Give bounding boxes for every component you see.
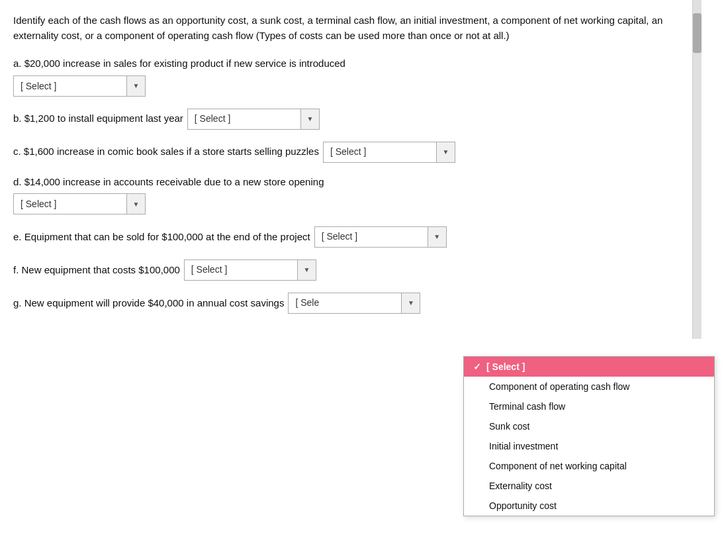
select-dropdown-f[interactable]: [ Select ] ▼ [184, 259, 316, 281]
select-dropdown-g[interactable]: [ Sele ▼ [288, 293, 420, 314]
instructions-text: Identify each of the cash flows as an op… [13, 15, 662, 41]
select-label-d: [ Select ] [14, 199, 126, 209]
question-label-c: c. $1,600 increase in comic book sales i… [13, 144, 319, 160]
arrow-icon-g: ▼ [408, 297, 414, 309]
question-block-e: e. Equipment that can be sold for $100,0… [13, 226, 682, 248]
select-dropdown-d[interactable]: [ Select ] ▼ [13, 193, 146, 214]
select-label-c: [ Select ] [324, 144, 436, 160]
select-label-b: [ Select ] [188, 111, 300, 127]
question-block-g: g. New equipment will provide $40,000 in… [13, 293, 682, 314]
dropdown-arrow-d[interactable]: ▼ [126, 194, 145, 214]
arrow-icon-b: ▼ [306, 113, 313, 125]
question-block-d: d. $14,000 increase in accounts receivab… [13, 175, 682, 215]
dropdown-item-operating[interactable]: Component of operating cash flow [464, 377, 714, 397]
question-label-b: b. $1,200 to install equipment last year [13, 111, 183, 126]
dropdown-arrow-f[interactable]: ▼ [297, 260, 316, 280]
inline-select-row-c: c. $1,600 increase in comic book sales i… [13, 142, 682, 163]
instructions: Identify each of the cash flows as an op… [13, 13, 682, 43]
arrow-icon-f: ▼ [303, 264, 310, 276]
dropdown-item-label-nwc: Component of net working capital [489, 461, 627, 471]
select-dropdown-e[interactable]: [ Select ] ▼ [314, 226, 447, 248]
dropdown-item-nwc[interactable]: Component of net working capital [464, 456, 714, 476]
dropdown-arrow-e[interactable]: ▼ [428, 227, 446, 247]
dropdown-arrow-c[interactable]: ▼ [436, 142, 455, 162]
question-block-b: b. $1,200 to install equipment last year… [13, 109, 682, 130]
dropdown-item-label-sunk: Sunk cost [489, 421, 529, 432]
dropdown-item-terminal[interactable]: Terminal cash flow [464, 397, 714, 416]
select-label-g: [ Sele [289, 295, 401, 311]
dropdown-item-sunk[interactable]: Sunk cost [464, 416, 714, 436]
select-dropdown-c[interactable]: [ Select ] ▼ [323, 142, 455, 163]
scrollbar[interactable] [692, 0, 702, 339]
select-label-a: [ Select ] [14, 81, 126, 91]
arrow-icon-a: ▼ [133, 82, 140, 89]
question-label-d: d. $14,000 increase in accounts receivab… [13, 175, 682, 190]
arrow-icon-e: ▼ [433, 231, 440, 243]
dropdown-item-opportunity[interactable]: Opportunity cost [464, 496, 714, 516]
question-label-e: e. Equipment that can be sold for $100,0… [13, 230, 310, 245]
inline-select-row-f: f. New equipment that costs $100,000 [ S… [13, 259, 682, 281]
select-label-f: [ Select ] [185, 261, 297, 278]
select-row-d: [ Select ] ▼ [13, 193, 682, 214]
select-dropdown-a[interactable]: [ Select ] ▼ [13, 75, 146, 97]
select-dropdown-b[interactable]: [ Select ] ▼ [187, 109, 320, 130]
dropdown-item-label-externality: Externality cost [489, 481, 552, 491]
dropdown-arrow-g[interactable]: ▼ [401, 293, 420, 313]
dropdown-item-label-select: [ Select ] [486, 361, 525, 372]
question-label-f: f. New equipment that costs $100,000 [13, 263, 180, 278]
inline-select-row-g: g. New equipment will provide $40,000 in… [13, 293, 682, 314]
dropdown-item-label-initial: Initial investment [489, 441, 558, 451]
dropdown-item-label-terminal: Terminal cash flow [489, 401, 565, 412]
dropdown-item-externality[interactable]: Externality cost [464, 476, 714, 496]
dropdown-item-label-operating: Component of operating cash flow [489, 381, 629, 392]
dropdown-item-label-opportunity: Opportunity cost [489, 500, 557, 511]
select-row-a: [ Select ] ▼ [13, 75, 682, 97]
question-block-f: f. New equipment that costs $100,000 [ S… [13, 259, 682, 281]
question-label-g: g. New equipment will provide $40,000 in… [13, 296, 284, 311]
arrow-icon-d: ▼ [133, 201, 140, 208]
select-label-e: [ Select ] [315, 228, 428, 245]
question-block-a: a. $20,000 increase in sales for existin… [13, 56, 682, 97]
dropdown-arrow-a[interactable]: ▼ [126, 76, 145, 96]
arrow-icon-c: ▼ [442, 146, 449, 158]
question-label-a: a. $20,000 increase in sales for existin… [13, 56, 682, 71]
main-container: Identify each of the cash flows as an op… [0, 0, 702, 339]
check-icon: ✓ [473, 361, 481, 372]
question-block-c: c. $1,600 increase in comic book sales i… [13, 142, 682, 163]
inline-select-row-e: e. Equipment that can be sold for $100,0… [13, 226, 682, 248]
dropdown-arrow-b[interactable]: ▼ [300, 109, 319, 129]
inline-select-row-b: b. $1,200 to install equipment last year… [13, 109, 682, 130]
dropdown-item-initial[interactable]: Initial investment [464, 436, 714, 456]
dropdown-item-select[interactable]: ✓ [ Select ] [464, 357, 714, 377]
scrollbar-thumb[interactable] [693, 13, 702, 53]
dropdown-overlay-e: ✓ [ Select ] Component of operating cash… [463, 356, 715, 516]
